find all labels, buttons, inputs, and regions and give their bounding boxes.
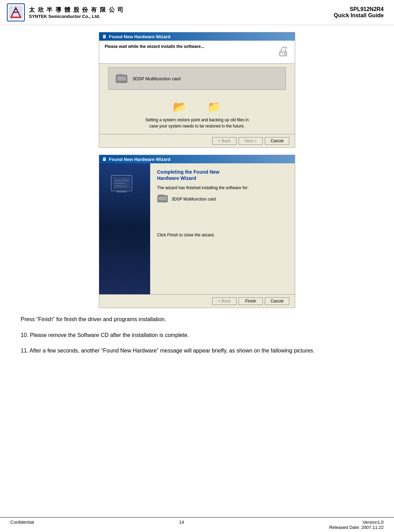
main-content: 🖥 Found New Hardware Wizard Please wait … [0, 25, 394, 376]
wizard1-device-row: 3DSP Multifunction card [108, 67, 286, 90]
wizard1-window: 🖥 Found New Hardware Wizard Please wait … [99, 32, 295, 148]
wizard2-sidebar [99, 163, 150, 294]
press-finish-text: Press “Finish” for finish the driver and… [21, 315, 373, 324]
wizard2-finish-text: Click Finish to close the wizard. [157, 233, 288, 237]
svg-rect-6 [117, 76, 126, 81]
company-branding: 太 欣 半 導 體 股 份 有 限 公 司 SYNTEK Semiconduct… [7, 3, 124, 21]
device-icon [115, 72, 128, 85]
wizard2-hardware-icon [110, 170, 137, 203]
wizard2-content: Completing the Found NewHardware Wizard … [150, 163, 295, 294]
svg-rect-3 [14, 9, 17, 10]
wizard1-wait-text: Please wait while the wizard installs th… [105, 44, 204, 49]
company-logo [7, 3, 25, 21]
svg-rect-5 [117, 74, 123, 75]
wizard2-body: Completing the Found NewHardware Wizard … [99, 163, 295, 294]
product-info: SPL912N2R4 Quick Install Guide [334, 6, 384, 19]
footer-release-date: Released Date: 2007.11.22 [329, 525, 384, 530]
wizard2-cancel-button[interactable]: Cancel [265, 297, 289, 305]
wizard1-buttons: < Back Next > Cancel [99, 134, 295, 147]
svg-rect-15 [158, 197, 166, 201]
svg-rect-12 [116, 191, 127, 193]
company-name: 太 欣 半 導 體 股 份 有 限 公 司 SYNTEK Semiconduct… [29, 6, 124, 19]
folder-source-icon: 📂 [173, 100, 187, 113]
wizard2-device-icon [157, 193, 168, 205]
svg-rect-14 [158, 195, 164, 196]
page-header: 太 欣 半 導 體 股 份 有 限 公 司 SYNTEK Semiconduct… [0, 0, 394, 25]
wizard2-titlebar-text: Found New Hardware Wizard [109, 157, 170, 162]
wizard2-finish-button[interactable]: Finish [239, 297, 263, 305]
wizard1-animation: 📂 📁 [103, 93, 291, 117]
footer-confidential: Confidential [10, 520, 34, 530]
company-name-chinese: 太 欣 半 導 體 股 份 有 限 公 司 [29, 6, 124, 14]
product-subtitle: Quick Install Guide [334, 12, 384, 19]
product-title: SPL912N2R4 [334, 6, 384, 12]
wizard2-title: Completing the Found NewHardware Wizard [157, 169, 288, 181]
wizard2-window: 🖥 Found New Hardware Wizard [99, 155, 295, 308]
footer-page-number: 14 [179, 520, 184, 530]
svg-rect-2 [13, 12, 19, 13]
wizard1-back-button[interactable]: < Back [212, 137, 237, 145]
footer-version-number: Version1.0 [329, 520, 384, 525]
wizard1-top: Please wait while the wizard installs th… [99, 41, 295, 64]
wizard1-titlebar-icon: 🖥 [102, 34, 107, 39]
page-footer: Confidential 14 Version1.0 Released Date… [0, 517, 394, 532]
wizard2-installed-text: The wizard has finished installing the s… [157, 185, 288, 190]
footer-version: Version1.0 Released Date: 2007.11.22 [329, 520, 384, 530]
folder-dest-icon: 📁 [207, 100, 221, 113]
body-text: Press “Finish” for finish the driver and… [21, 315, 373, 355]
wizard2-buttons: < Back Finish Cancel [99, 294, 295, 308]
wizard1-next-button[interactable]: Next > [239, 137, 263, 145]
step10-text: 10. Please remove the Software CD after … [21, 331, 373, 340]
wizard1-body: Please wait while the wizard installs th… [99, 41, 295, 147]
wizard1-titlebar-text: Found New Hardware Wizard [109, 34, 170, 39]
wizard2-titlebar: 🖥 Found New Hardware Wizard [99, 155, 295, 163]
wizard1-device-name: 3DSP Multifunction card [133, 76, 180, 81]
wizard1-top-icon: 🖨 [277, 44, 289, 59]
wizard1-screenshot: 🖥 Found New Hardware Wizard Please wait … [99, 32, 295, 148]
step11-text: 11. After a few seconds, another “Found … [21, 346, 373, 355]
wizard1-desc: Setting a system restore point and backi… [116, 117, 278, 129]
wizard2-titlebar-icon: 🖥 [102, 156, 107, 162]
wizard1-cancel-button[interactable]: Cancel [265, 137, 289, 145]
wizard2-back-button[interactable]: < Back [212, 297, 237, 305]
wizard2-screenshot: 🖥 Found New Hardware Wizard [99, 155, 295, 308]
company-name-english: SYNTEK Semiconductor Co., Ltd. [29, 14, 124, 19]
wizard2-device-name: 3DSP Multifunction card [172, 197, 216, 202]
wizard1-mid-section: 3DSP Multifunction card 📂 📁 Setting a sy… [99, 67, 295, 129]
wizard2-device-row: 3DSP Multifunction card [157, 193, 288, 205]
wizard1-titlebar: 🖥 Found New Hardware Wizard [99, 32, 295, 41]
